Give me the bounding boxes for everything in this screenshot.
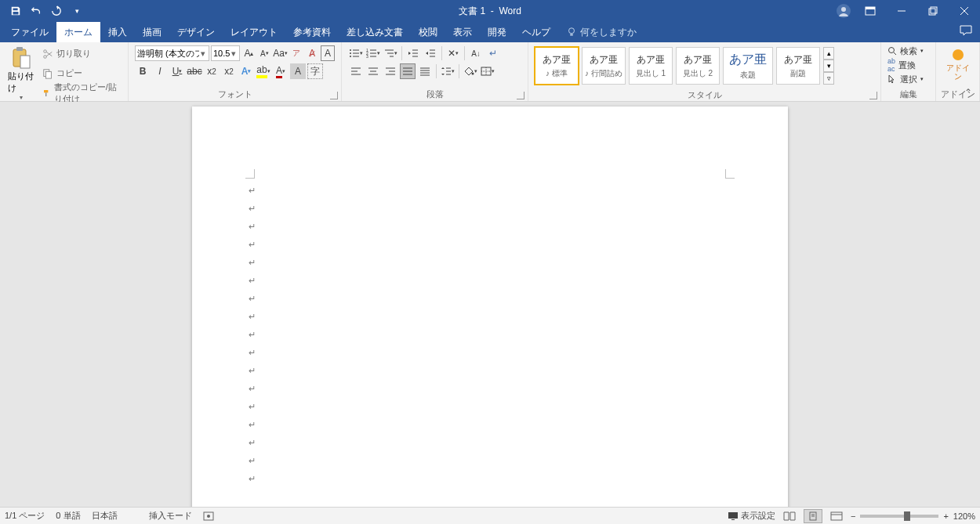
highlight-button[interactable]: ab▾ — [256, 63, 271, 79]
read-mode-button[interactable] — [780, 509, 799, 523]
zoom-level[interactable]: 120% — [953, 511, 975, 521]
comments-button[interactable] — [960, 25, 972, 36]
tab-draw[interactable]: 描画 — [135, 22, 169, 42]
style-item-見出し 2[interactable]: あア亜見出し 2 — [676, 47, 720, 85]
text-effects-button[interactable]: A▾ — [238, 63, 254, 79]
asian-layout-button[interactable]: ✕▾ — [445, 45, 461, 61]
increase-indent-button[interactable] — [423, 45, 438, 61]
addins-button[interactable]: アドイン — [939, 44, 976, 85]
language-indicator[interactable]: 日本語 — [92, 510, 118, 522]
bullets-button[interactable]: ▾ — [348, 45, 364, 61]
tab-review[interactable]: 校閲 — [411, 22, 445, 42]
word-count[interactable]: 0 単語 — [56, 510, 80, 522]
numbering-button[interactable]: 123▾ — [365, 45, 381, 61]
tab-insert[interactable]: 挿入 — [100, 22, 135, 42]
web-layout-button[interactable] — [827, 509, 846, 523]
char-shading-button[interactable]: A — [290, 63, 306, 79]
enclose-chars-button[interactable]: A — [321, 45, 335, 61]
maximize-button[interactable] — [917, 0, 949, 22]
macro-indicator[interactable] — [203, 511, 214, 521]
justify-button[interactable] — [400, 63, 416, 79]
style-item-見出し 1[interactable]: あア亜見出し 1 — [629, 47, 673, 85]
undo-button[interactable] — [27, 2, 45, 20]
paste-button[interactable]: 貼り付け ▾ — [3, 44, 39, 103]
tab-file[interactable]: ファイル — [3, 22, 56, 42]
decrease-font-button[interactable]: A▾ — [257, 45, 271, 61]
dialog-launcher[interactable] — [330, 92, 338, 99]
clear-formatting-button[interactable]: A̷ — [305, 45, 319, 61]
zoom-in-button[interactable]: + — [943, 511, 948, 521]
zoom-slider[interactable] — [860, 515, 938, 518]
align-right-button[interactable] — [383, 63, 398, 79]
cut-button[interactable]: 切り取り — [42, 47, 122, 61]
tab-layout[interactable]: レイアウト — [223, 22, 285, 42]
borders-button[interactable]: ▾ — [480, 63, 495, 79]
tab-references[interactable]: 参考資料 — [285, 22, 339, 42]
underline-button[interactable]: U▾ — [169, 63, 185, 79]
dialog-launcher[interactable] — [869, 92, 877, 99]
scroll-down-button[interactable]: ▾ — [823, 60, 834, 72]
style-item-副題[interactable]: あア亜副題 — [776, 47, 820, 85]
select-button[interactable]: 選択▾ — [887, 72, 929, 86]
zoom-thumb[interactable] — [904, 511, 910, 521]
align-left-button[interactable] — [348, 63, 364, 79]
ribbon-display-options[interactable] — [855, 0, 886, 22]
find-button[interactable]: 検索▾ — [887, 44, 929, 58]
book-icon — [783, 511, 796, 521]
account-button[interactable] — [833, 0, 855, 22]
increase-font-button[interactable]: A▴ — [241, 45, 256, 61]
change-case-button[interactable]: Aa▾ — [273, 45, 288, 61]
format-painter-button[interactable]: 書式のコピー/貼り付け — [42, 86, 122, 100]
decrease-indent-button[interactable] — [405, 45, 421, 61]
bold-button[interactable]: B — [135, 63, 151, 79]
tab-help[interactable]: ヘルプ — [514, 22, 558, 42]
tab-developer[interactable]: 開発 — [480, 22, 514, 42]
replace-button[interactable]: abac 置換 — [887, 58, 929, 72]
save-button[interactable] — [6, 2, 25, 20]
qat-customize[interactable]: ▾ — [67, 2, 86, 20]
font-name-combo[interactable]: 游明朝 (本文のフォン▾ — [135, 45, 209, 61]
ribbon-tabs: ファイル ホーム 挿入 描画 デザイン レイアウト 参考資料 差し込み文書 校閲… — [0, 22, 980, 42]
font-size-combo[interactable]: 10.5▾ — [211, 45, 240, 61]
scroll-up-button[interactable]: ▴ — [823, 47, 834, 60]
print-layout-button[interactable] — [804, 509, 822, 523]
sort-button[interactable]: A↓ — [468, 45, 484, 61]
dialog-launcher[interactable] — [517, 92, 524, 99]
italic-button[interactable]: I — [152, 63, 168, 79]
tab-design[interactable]: デザイン — [169, 22, 223, 42]
line-spacing-button[interactable]: ▾ — [440, 63, 456, 79]
redo-button[interactable] — [47, 2, 66, 20]
distribute-button[interactable] — [417, 63, 433, 79]
tell-me-search[interactable]: 何をしますか — [558, 22, 644, 42]
font-color-button[interactable]: A▾ — [273, 63, 289, 79]
search-icon — [887, 46, 897, 56]
tab-home[interactable]: ホーム — [56, 22, 100, 42]
expand-gallery-button[interactable]: ▿ — [823, 72, 834, 85]
shading-button[interactable]: ▾ — [463, 63, 478, 79]
superscript-button[interactable]: x2 — [221, 63, 237, 79]
styles-gallery[interactable]: あア亜♪ 標準あア亜♪ 行間詰めあア亜見出し 1あア亜見出し 2あア亜表題あア亜… — [532, 44, 837, 88]
tab-mailings[interactable]: 差し込み文書 — [339, 22, 411, 42]
zoom-out-button[interactable]: − — [851, 511, 855, 521]
chevron-down-icon: ▾ — [199, 49, 207, 59]
page[interactable]: ↵↵↵↵↵↵↵↵↵↵↵↵↵↵↵↵↵ — [192, 107, 788, 507]
insert-mode[interactable]: 挿入モード — [149, 510, 192, 522]
minimize-button[interactable] — [886, 0, 917, 22]
subscript-button[interactable]: x2 — [204, 63, 220, 79]
style-item-標準[interactable]: あア亜♪ 標準 — [535, 47, 579, 85]
multilevel-list-button[interactable]: ▾ — [383, 45, 398, 61]
strikethrough-button[interactable]: abc — [187, 63, 202, 79]
page-indicator[interactable]: 1/1 ページ — [5, 510, 45, 522]
style-item-表題[interactable]: あア亜表題 — [723, 47, 773, 85]
copy-button[interactable]: コピー — [42, 67, 122, 81]
phonetic-guide-button[interactable]: ア — [289, 45, 303, 61]
show-marks-button[interactable]: ↵ — [485, 45, 501, 61]
style-item-行間詰め[interactable]: あア亜♪ 行間詰め — [582, 47, 626, 85]
collapse-ribbon-button[interactable]: ⌃ — [964, 87, 972, 98]
char-border-button[interactable]: 字 — [307, 63, 323, 79]
tab-view[interactable]: 表示 — [445, 22, 480, 42]
display-settings-button[interactable]: 表示設定 — [728, 510, 775, 522]
align-center-button[interactable] — [365, 63, 381, 79]
close-button[interactable] — [949, 0, 980, 22]
document-area[interactable]: ↵↵↵↵↵↵↵↵↵↵↵↵↵↵↵↵↵ — [0, 102, 980, 507]
